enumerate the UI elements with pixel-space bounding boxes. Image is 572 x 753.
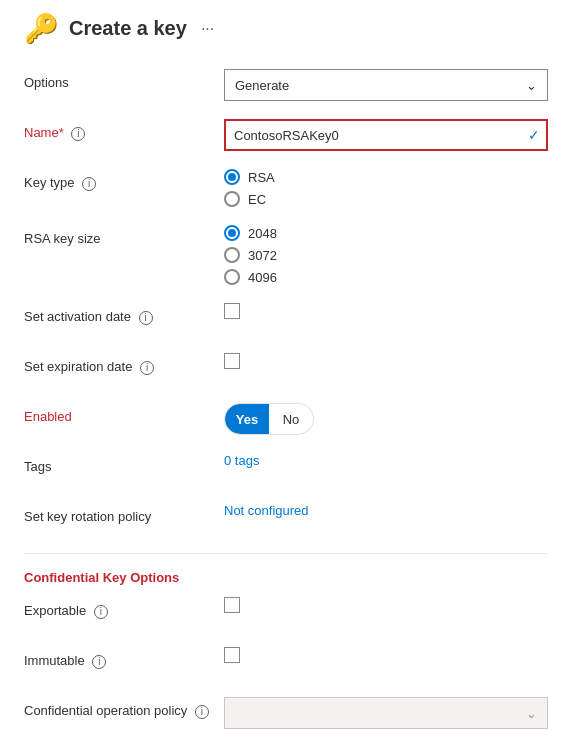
confidential-section-header: Confidential Key Options <box>24 570 548 585</box>
size-4096-label: 4096 <box>248 270 277 285</box>
rotation-label: Set key rotation policy <box>24 503 224 524</box>
exportable-info-icon[interactable]: i <box>94 605 108 619</box>
exportable-label: Exportable i <box>24 597 224 619</box>
size-3072-radio[interactable] <box>224 247 240 263</box>
size-4096-radio[interactable] <box>224 269 240 285</box>
operation-policy-control: ⌄ <box>224 697 548 729</box>
page-title: Create a key <box>69 17 187 40</box>
tags-control: 0 tags <box>224 453 548 468</box>
name-label: Name* i <box>24 119 224 141</box>
exportable-control <box>224 597 548 613</box>
rsa-key-size-control: 2048 3072 4096 <box>224 225 548 285</box>
enabled-control: Yes No <box>224 403 548 435</box>
name-info-icon[interactable]: i <box>71 127 85 141</box>
required-marker: * <box>59 125 64 140</box>
toggle-no[interactable]: No <box>269 404 313 434</box>
immutable-checkbox[interactable] <box>224 647 240 663</box>
key-type-control: RSA EC <box>224 169 548 207</box>
size-2048-label: 2048 <box>248 226 277 241</box>
activation-date-control <box>224 303 548 319</box>
enabled-toggle[interactable]: Yes No <box>224 403 314 435</box>
key-type-rsa[interactable]: RSA <box>224 169 548 185</box>
key-icon: 🔑 <box>24 12 59 45</box>
activation-date-label: Set activation date i <box>24 303 224 325</box>
immutable-info-icon[interactable]: i <box>92 655 106 669</box>
key-type-info-icon[interactable]: i <box>82 177 96 191</box>
expiration-date-row: Set expiration date i <box>24 353 548 385</box>
immutable-label: Immutable i <box>24 647 224 669</box>
expiration-date-label: Set expiration date i <box>24 353 224 375</box>
options-row: Options Generate ⌄ <box>24 69 548 101</box>
page-header: 🔑 Create a key ··· <box>24 12 548 45</box>
options-label: Options <box>24 69 224 90</box>
section-divider <box>24 553 548 554</box>
key-size-3072[interactable]: 3072 <box>224 247 548 263</box>
key-type-ec[interactable]: EC <box>224 191 548 207</box>
key-size-2048[interactable]: 2048 <box>224 225 548 241</box>
tags-link[interactable]: 0 tags <box>224 453 259 468</box>
name-input-wrapper: ✓ <box>224 119 548 151</box>
operation-policy-dropdown[interactable]: ⌄ <box>224 697 548 729</box>
rsa-label: RSA <box>248 170 275 185</box>
operation-policy-row: Confidential operation policy i ⌄ <box>24 697 548 729</box>
name-control: ✓ <box>224 119 548 151</box>
operation-policy-label: Confidential operation policy i <box>24 697 224 719</box>
activation-date-checkbox[interactable] <box>224 303 240 319</box>
rsa-key-size-radio-group: 2048 3072 4096 <box>224 225 548 285</box>
activation-info-icon[interactable]: i <box>139 311 153 325</box>
tags-row: Tags 0 tags <box>24 453 548 485</box>
name-row: Name* i ✓ <box>24 119 548 151</box>
ec-radio[interactable] <box>224 191 240 207</box>
toggle-yes[interactable]: Yes <box>225 404 269 434</box>
options-value: Generate <box>235 78 289 93</box>
expiration-date-control <box>224 353 548 369</box>
exportable-checkbox[interactable] <box>224 597 240 613</box>
rotation-control: Not configured <box>224 503 548 518</box>
key-type-row: Key type i RSA EC <box>24 169 548 207</box>
operation-policy-chevron: ⌄ <box>526 706 537 721</box>
rsa-key-size-label: RSA key size <box>24 225 224 246</box>
enabled-row: Enabled Yes No <box>24 403 548 435</box>
key-size-4096[interactable]: 4096 <box>224 269 548 285</box>
expiration-date-checkbox[interactable] <box>224 353 240 369</box>
page-container: 🔑 Create a key ··· Options Generate ⌄ Na… <box>0 0 572 753</box>
key-type-label: Key type i <box>24 169 224 191</box>
rotation-link[interactable]: Not configured <box>224 503 309 518</box>
size-2048-radio[interactable] <box>224 225 240 241</box>
options-control: Generate ⌄ <box>224 69 548 101</box>
key-type-radio-group: RSA EC <box>224 169 548 207</box>
more-options-icon[interactable]: ··· <box>201 20 214 38</box>
exportable-row: Exportable i <box>24 597 548 629</box>
tags-label: Tags <box>24 453 224 474</box>
name-check-icon: ✓ <box>528 127 540 143</box>
rotation-row: Set key rotation policy Not configured <box>24 503 548 535</box>
name-input[interactable] <box>224 119 548 151</box>
expiration-info-icon[interactable]: i <box>140 361 154 375</box>
size-3072-label: 3072 <box>248 248 277 263</box>
immutable-row: Immutable i <box>24 647 548 679</box>
options-dropdown[interactable]: Generate ⌄ <box>224 69 548 101</box>
operation-policy-info-icon[interactable]: i <box>195 705 209 719</box>
options-dropdown-chevron: ⌄ <box>526 78 537 93</box>
enabled-label: Enabled <box>24 403 224 424</box>
ec-label: EC <box>248 192 266 207</box>
rsa-key-size-row: RSA key size 2048 3072 4096 <box>24 225 548 285</box>
rsa-radio[interactable] <box>224 169 240 185</box>
activation-date-row: Set activation date i <box>24 303 548 335</box>
immutable-control <box>224 647 548 663</box>
